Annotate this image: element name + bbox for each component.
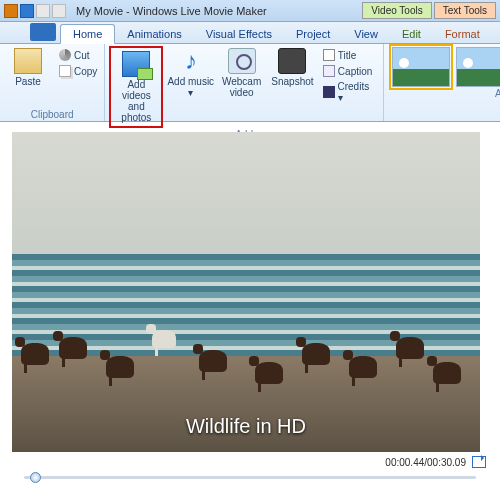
title-label: Title <box>338 50 357 61</box>
copy-label: Copy <box>74 66 97 77</box>
group-clipboard: Paste Cut Copy Clipboard <box>0 44 105 121</box>
video-subject <box>59 337 87 359</box>
video-subject <box>349 356 377 378</box>
fullscreen-button[interactable] <box>472 456 486 468</box>
webcam-video-button[interactable]: Webcam video <box>218 46 265 100</box>
video-subject <box>152 330 176 348</box>
highlight-add-videos-photos: Add videos and photos <box>109 46 163 128</box>
preview-area: Wildlife in HD 00:00.44/00:30.09 <box>0 122 500 488</box>
add-videos-photos-label: Add videos and photos <box>112 79 160 123</box>
video-subject <box>433 362 461 384</box>
tab-format[interactable]: Format <box>433 25 492 43</box>
ribbon-tabs: Home Animations Visual Effects Project V… <box>0 22 500 44</box>
credits-label: Credits ▾ <box>338 81 376 103</box>
video-subject <box>302 343 330 365</box>
video-preview[interactable]: Wildlife in HD <box>12 132 480 452</box>
context-tab-text-tools[interactable]: Text Tools <box>434 2 496 19</box>
group-label-clipboard: Clipboard <box>4 108 100 121</box>
video-subject <box>106 356 134 378</box>
scissors-icon <box>59 49 71 61</box>
caption-label: Caption <box>338 66 372 77</box>
seek-track <box>24 476 476 479</box>
video-bg-sky <box>12 132 480 254</box>
group-automovie-themes: AutoMovie themes <box>384 44 500 121</box>
cut-label: Cut <box>74 50 90 61</box>
window-title: My Movie - Windows Live Movie Maker <box>76 5 267 17</box>
tab-project[interactable]: Project <box>284 25 342 43</box>
qat-icon-1[interactable] <box>4 4 18 18</box>
photo-video-icon <box>122 51 150 77</box>
add-videos-photos-button[interactable]: Add videos and photos <box>112 49 160 125</box>
file-menu-button[interactable] <box>30 23 56 41</box>
seek-knob[interactable] <box>30 472 41 483</box>
qat-undo-icon[interactable] <box>36 4 50 18</box>
qat-redo-icon[interactable] <box>52 4 66 18</box>
credits-icon <box>323 86 335 98</box>
add-music-label: Add music ▾ <box>167 76 214 98</box>
webcam-icon <box>228 48 256 74</box>
qat-icon-2[interactable] <box>20 4 34 18</box>
webcam-label: Webcam video <box>218 76 265 98</box>
title-bar: My Movie - Windows Live Movie Maker Vide… <box>0 0 500 22</box>
quick-access-toolbar <box>4 4 66 18</box>
title-button[interactable]: Title <box>320 48 379 62</box>
credits-button[interactable]: Credits ▾ <box>320 80 379 104</box>
ribbon: Paste Cut Copy Clipboard Add videos and … <box>0 44 500 122</box>
tab-animations[interactable]: Animations <box>115 25 193 43</box>
theme-thumbnail-1[interactable] <box>392 47 450 87</box>
tab-visual-effects[interactable]: Visual Effects <box>194 25 284 43</box>
title-icon <box>323 49 335 61</box>
seek-bar[interactable] <box>24 470 476 484</box>
video-subject <box>396 337 424 359</box>
copy-icon <box>59 65 71 77</box>
theme-thumbnail-2[interactable] <box>456 47 500 87</box>
snapshot-label: Snapshot <box>271 76 313 87</box>
music-note-icon: ♪ <box>177 48 205 74</box>
paste-button[interactable]: Paste <box>4 46 52 89</box>
add-music-button[interactable]: ♪ Add music ▾ <box>167 46 214 100</box>
playback-time: 00:00.44/00:30.09 <box>385 457 466 468</box>
camera-icon <box>278 48 306 74</box>
tab-view[interactable]: View <box>342 25 390 43</box>
caption-button[interactable]: Caption <box>320 64 379 78</box>
video-subject <box>255 362 283 384</box>
context-tab-video-tools[interactable]: Video Tools <box>362 2 431 19</box>
snapshot-button[interactable]: Snapshot <box>269 46 316 89</box>
caption-icon <box>323 65 335 77</box>
group-add: Add videos and photos ♪ Add music ▾ Webc… <box>105 44 383 121</box>
cut-button[interactable]: Cut <box>56 48 100 62</box>
paste-icon <box>14 48 42 74</box>
tab-home[interactable]: Home <box>60 24 115 44</box>
video-subject <box>199 350 227 372</box>
video-caption-overlay: Wildlife in HD <box>186 415 306 438</box>
group-label-automovie: AutoMovie themes <box>392 87 500 100</box>
video-subject <box>21 343 49 365</box>
copy-button[interactable]: Copy <box>56 64 100 78</box>
paste-label: Paste <box>15 76 41 87</box>
playback-status: 00:00.44/00:30.09 <box>12 452 488 470</box>
tab-edit[interactable]: Edit <box>390 25 433 43</box>
